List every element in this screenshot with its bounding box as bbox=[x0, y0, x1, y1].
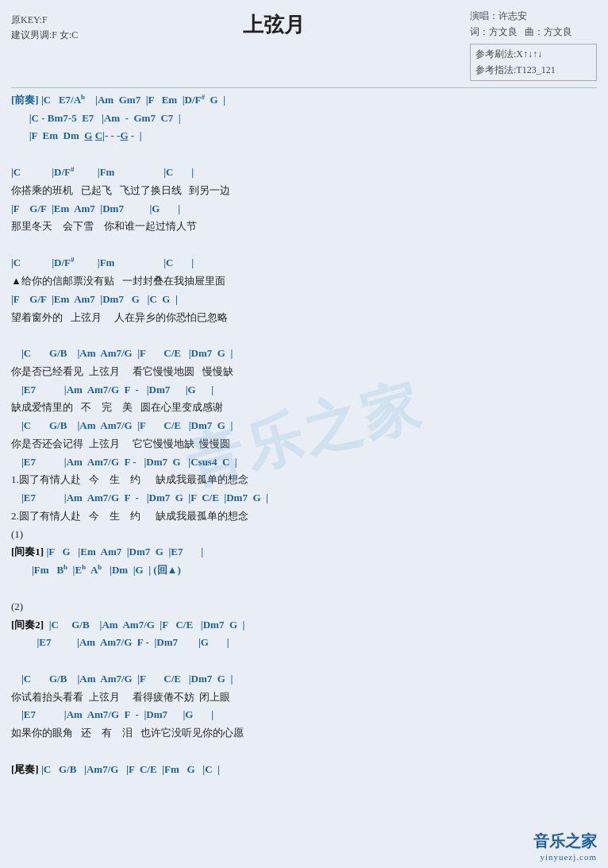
line-6: |F G/F |Em Am7 |Dm7 G |C G | bbox=[11, 291, 597, 309]
blank-1 bbox=[11, 145, 597, 164]
line-16: |C G/B |Am Am7/G |F C/E |Dm7 G | bbox=[11, 670, 597, 689]
words-label: 词： bbox=[470, 26, 489, 37]
singer-name: 许志安 bbox=[498, 10, 527, 21]
header: 原KEY:F 建议男调:F 女:C 上弦月 演唱：许志安 词：方文良 曲：方文良… bbox=[11, 8, 597, 81]
music-name: 方文良 bbox=[544, 26, 572, 37]
song-title: 上弦月 bbox=[78, 8, 470, 39]
line-2: |F Em Dm G C|- - -G - | bbox=[11, 127, 597, 145]
line-7: |C G/B |Am Am7/G |F C/E |Dm7 G | bbox=[11, 345, 597, 363]
lyric-11: 你试着抬头看看 上弦月 看得疲倦不妨 闭上眼 bbox=[11, 689, 597, 707]
blank-5 bbox=[11, 652, 597, 670]
lyric-0: 你搭乘的班机 已起飞 飞过了换日线 到另一边 bbox=[11, 182, 597, 200]
line-1: |C - Bm7-5 E7 |Am - Gm7 C7 | bbox=[11, 110, 597, 128]
blank-4 bbox=[11, 580, 597, 598]
lyric-1: 那里冬天 会下雪 你和谁一起过情人节 bbox=[11, 218, 597, 236]
credits-line: 词：方文良 曲：方文良 bbox=[470, 24, 597, 40]
page: 原KEY:F 建议男调:F 女:C 上弦月 演唱：许志安 词：方文良 曲：方文良… bbox=[0, 0, 608, 868]
blank-3 bbox=[11, 326, 597, 345]
line-15: |E7 |Am Am7/G F - |Dm7 |G | bbox=[11, 634, 597, 652]
line-11: |E7 |Am Am7/G F - |Dm7 G |F C/E |Dm7 G | bbox=[11, 489, 597, 507]
lyric-6: 你是否还会记得 上弦月 它它慢慢地缺 慢慢圆 bbox=[11, 435, 597, 453]
song-content: [前奏] |C E7/Ab |Am Gm7 |F Em |D/F# G | |C… bbox=[11, 91, 597, 779]
lyric-12: 如果你的眼角 还 有 泪 也许它没听见你的心愿 bbox=[11, 724, 597, 743]
performer-info: 演唱：许志安 词：方文良 曲：方文良 参考刷法:X↑↓↑↓ 参考指法:T123_… bbox=[470, 8, 597, 81]
lyric-8: 2.圆了有情人赴 今 生 约 缺成我最孤单的想念 bbox=[11, 507, 597, 526]
singer-label: 演唱： bbox=[470, 10, 498, 21]
lyric-2: ▲给你的信邮票没有贴 一封封叠在我抽屉里面 bbox=[11, 272, 597, 291]
lyric-9: (1) bbox=[11, 526, 597, 544]
lyric-5: 缺成爱情里的 不 完 美 圆在心里变成感谢 bbox=[11, 399, 597, 417]
music-label: 曲： bbox=[525, 26, 544, 37]
line-14: [间奏2] |C G/B |Am Am7/G |F C/E |Dm7 G | bbox=[11, 616, 597, 635]
lyric-4: 你是否已经看见 上弦月 看它慢慢地圆 慢慢缺 bbox=[11, 363, 597, 381]
line-4: |F G/F |Em Am7 |Dm7 |G | bbox=[11, 200, 597, 218]
singer-line: 演唱：许志安 bbox=[470, 8, 597, 24]
line-8: |E7 |Am Am7/G F - |Dm7 |G | bbox=[11, 381, 597, 399]
line-5: |C |D/F# |Fm |C | bbox=[11, 254, 597, 272]
lyric-3: 望着窗外的 上弦月 人在异乡的你恐怕已忽略 bbox=[11, 309, 597, 327]
line-0: [前奏] |C E7/Ab |Am Gm7 |F Em |D/F# G | bbox=[11, 91, 597, 110]
line-18: [尾奏] |C G/B |Am7/G |F C/E |Fm G |C | bbox=[11, 761, 597, 779]
divider bbox=[11, 87, 597, 88]
logo-area: 音乐之家 yinyuezj.com bbox=[533, 831, 597, 862]
line-3: |C |D/F# |Fm |C | bbox=[11, 164, 597, 182]
suggested-key: 建议男调:F 女:C bbox=[11, 28, 78, 43]
lyric-10: (2) bbox=[11, 598, 597, 616]
logo-sub: yinyuezj.com bbox=[540, 852, 597, 862]
lyric-7: 1.圆了有情人赴 今 生 约 缺成我最孤单的想念 bbox=[11, 471, 597, 489]
line-12: [间奏1] |F G |Em Am7 |Dm7 G |E7 | bbox=[11, 543, 597, 561]
logo-text: 音乐之家 bbox=[533, 831, 597, 852]
key-info: 原KEY:F 建议男调:F 女:C bbox=[11, 8, 78, 43]
ref-box: 参考刷法:X↑↓↑↓ 参考指法:T123_121 bbox=[470, 44, 597, 81]
line-10: |E7 |Am Am7/G F - |Dm7 G |Csus4 C | bbox=[11, 453, 597, 472]
line-13: |Fm Bb |Eb Ab |Dm |G | (回▲) bbox=[11, 561, 597, 580]
finger-ref: 参考指法:T123_121 bbox=[475, 62, 591, 78]
blank-6 bbox=[11, 743, 597, 761]
original-key: 原KEY:F bbox=[11, 13, 78, 28]
strum-ref: 参考刷法:X↑↓↑↓ bbox=[475, 46, 591, 62]
words-name: 方文良 bbox=[489, 26, 518, 37]
line-17: |E7 |Am Am7/G F - |Dm7 |G | bbox=[11, 706, 597, 724]
line-9: |C G/B |Am Am7/G |F C/E |Dm7 G | bbox=[11, 417, 597, 435]
blank-2 bbox=[11, 236, 597, 254]
